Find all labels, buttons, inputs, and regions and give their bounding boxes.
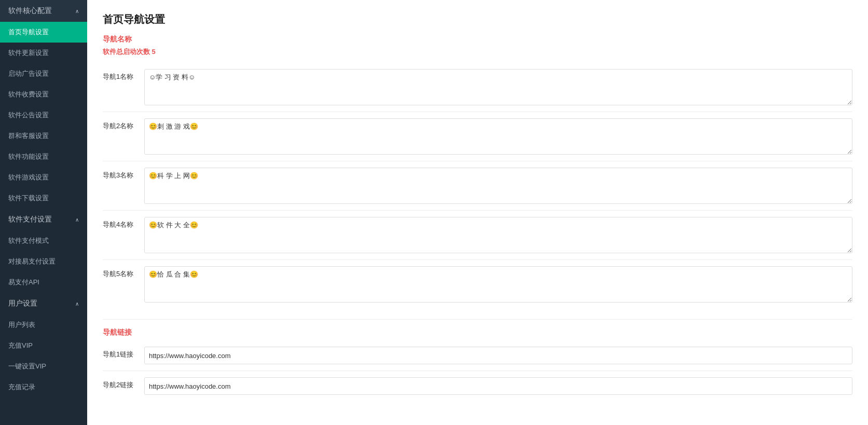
sidebar-group-payment-label: 软件支付设置 xyxy=(8,215,52,224)
nav-names-section-title: 导航名称 xyxy=(103,35,852,44)
nav-name-1-input[interactable]: ☺学 习 资 料☺ xyxy=(144,69,852,105)
sidebar-group-payment-chevron: ∧ xyxy=(75,217,79,223)
nav-name-row-1: 导航1名称 ☺学 习 资 料☺ xyxy=(103,63,852,112)
page-title: 首页导航设置 xyxy=(103,12,852,26)
sidebar-group-core-config-label: 软件核心配置 xyxy=(8,6,52,16)
nav-name-5-label: 导航5名称 xyxy=(103,266,144,279)
nav-name-2-label: 导航2名称 xyxy=(103,118,144,131)
sidebar-item-one-click-vip[interactable]: 一键设置VIP xyxy=(0,356,87,377)
sidebar-item-software-download[interactable]: 软件下载设置 xyxy=(0,188,87,209)
main-content: 首页导航设置 导航名称 软件总启动次数 5 导航1名称 ☺学 习 资 料☺ 导航… xyxy=(87,0,868,425)
nav-name-row-2: 导航2名称 😊刺 激 游 戏😊 xyxy=(103,112,852,161)
section-divider xyxy=(103,319,852,320)
sidebar-item-software-game[interactable]: 软件游戏设置 xyxy=(0,167,87,188)
sidebar-group-payment[interactable]: 软件支付设置 ∧ xyxy=(0,209,87,230)
nav-name-row-5: 导航5名称 😊恰 瓜 合 集😊 xyxy=(103,260,852,309)
sidebar-item-user-list[interactable]: 用户列表 xyxy=(0,314,87,335)
sidebar-group-payment-items: 软件支付模式 对接易支付设置 易支付API xyxy=(0,230,87,293)
sidebar-group-core-config-items: 首页导航设置 软件更新设置 启动广告设置 软件收费设置 软件公告设置 群和客服设… xyxy=(0,22,87,209)
sidebar-group-user-label: 用户设置 xyxy=(8,299,37,308)
sidebar-item-group-cs[interactable]: 群和客服设置 xyxy=(0,126,87,146)
sidebar-item-software-function[interactable]: 软件功能设置 xyxy=(0,146,87,167)
nav-name-1-label: 导航1名称 xyxy=(103,69,144,81)
sidebar-group-core-config-chevron: ∧ xyxy=(75,8,79,14)
sidebar-group-core-config[interactable]: 软件核心配置 ∧ xyxy=(0,0,87,22)
nav-link-2-label: 导航2链接 xyxy=(103,377,144,390)
nav-names-section: 导航名称 软件总启动次数 5 导航1名称 ☺学 习 资 料☺ 导航2名称 😊刺 … xyxy=(103,35,852,309)
nav-link-row-2: 导航2链接 xyxy=(103,371,852,401)
nav-name-3-label: 导航3名称 xyxy=(103,168,144,180)
nav-links-section: 导航链接 导航1链接 导航2链接 xyxy=(103,328,852,401)
nav-link-2-input[interactable] xyxy=(144,377,852,395)
sidebar-item-home-nav[interactable]: 首页导航设置 xyxy=(0,22,87,43)
sidebar-item-payment-mode[interactable]: 软件支付模式 xyxy=(0,230,87,251)
nav-link-1-input[interactable] xyxy=(144,347,852,364)
sidebar-group-user[interactable]: 用户设置 ∧ xyxy=(0,293,87,314)
nav-name-3-input[interactable]: 😊科 学 上 网😊 xyxy=(144,168,852,204)
nav-name-4-input[interactable]: 😊软 件 大 全😊 xyxy=(144,217,852,253)
sidebar-item-software-notice[interactable]: 软件公告设置 xyxy=(0,105,87,126)
nav-links-section-title: 导航链接 xyxy=(103,328,852,337)
nav-link-row-1: 导航1链接 xyxy=(103,340,852,371)
sidebar-item-software-update[interactable]: 软件更新设置 xyxy=(0,43,87,63)
nav-name-5-input[interactable]: 😊恰 瓜 合 集😊 xyxy=(144,266,852,303)
sidebar-group-user-items: 用户列表 充值VIP 一键设置VIP 充值记录 xyxy=(0,314,87,397)
nav-launch-count: 软件总启动次数 5 xyxy=(103,47,852,57)
nav-name-4-label: 导航4名称 xyxy=(103,217,144,229)
sidebar-item-recharge-vip[interactable]: 充值VIP xyxy=(0,335,87,356)
sidebar-item-launch-ad[interactable]: 启动广告设置 xyxy=(0,63,87,84)
sidebar-group-user-chevron: ∧ xyxy=(75,301,79,307)
sidebar-item-recharge-record[interactable]: 充值记录 xyxy=(0,377,87,397)
nav-name-2-input[interactable]: 😊刺 激 游 戏😊 xyxy=(144,118,852,155)
nav-link-1-label: 导航1链接 xyxy=(103,347,144,359)
sidebar-item-easy-pay-api[interactable]: 易支付API xyxy=(0,272,87,293)
nav-name-row-3: 导航3名称 😊科 学 上 网😊 xyxy=(103,161,852,211)
sidebar: 软件核心配置 ∧ 首页导航设置 软件更新设置 启动广告设置 软件收费设置 软件公… xyxy=(0,0,87,425)
sidebar-item-easy-pay[interactable]: 对接易支付设置 xyxy=(0,251,87,272)
sidebar-item-software-fee[interactable]: 软件收费设置 xyxy=(0,84,87,105)
nav-name-row-4: 导航4名称 😊软 件 大 全😊 xyxy=(103,211,852,260)
